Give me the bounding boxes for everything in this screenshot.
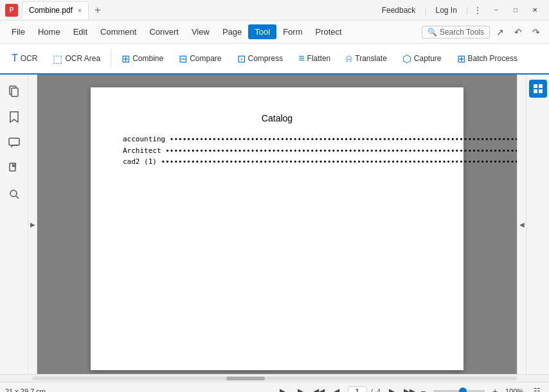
zoom-value-label: 100% xyxy=(505,388,526,393)
svg-rect-9 xyxy=(539,89,543,93)
flatten-label: Flatten xyxy=(307,54,331,63)
search-icon: 🔍 xyxy=(428,28,437,37)
batch-process-button[interactable]: ⊞ Batch Process xyxy=(451,47,524,70)
compare-button[interactable]: ⊟ Compare xyxy=(172,47,228,70)
capture-label: Capture xyxy=(414,54,442,63)
svg-rect-1 xyxy=(12,88,18,96)
menu-edit[interactable]: Edit xyxy=(67,24,94,39)
menu-comment[interactable]: Comment xyxy=(94,24,143,39)
total-pages: 4 xyxy=(377,388,381,393)
undo-icon[interactable]: ↶ xyxy=(510,24,526,40)
capture-icon: ⬡ xyxy=(402,53,411,65)
page-navigation: ▶ ▶ ◀◀ ◀ 1 / 4 ▶ ▶▶ xyxy=(276,384,417,393)
svg-rect-2 xyxy=(9,138,19,145)
menu-form[interactable]: Form xyxy=(276,24,309,39)
menubar: File Home Edit Comment Convert View Page… xyxy=(0,21,549,44)
current-page-input[interactable]: 1 xyxy=(348,386,367,393)
first-page-btn[interactable]: ◀◀ xyxy=(312,384,326,393)
close-btn[interactable]: ✕ xyxy=(526,4,544,17)
catalog-title: Catalog xyxy=(123,113,431,123)
prev-page-btn[interactable]: ◀ xyxy=(330,384,344,393)
window-controls: − □ ✕ xyxy=(487,4,544,17)
compress-icon: ⊡ xyxy=(237,53,246,65)
toc-line-1: accounting •••••••••••••••••••••••••••••… xyxy=(123,134,431,145)
feedback-btn[interactable]: Feedback xyxy=(378,4,420,16)
capture-button[interactable]: ⬡ Capture xyxy=(396,47,448,70)
translate-button[interactable]: ⍾ Translate xyxy=(339,47,393,70)
new-tab-btn[interactable]: + xyxy=(90,3,105,18)
zoom-thumb[interactable] xyxy=(459,388,467,393)
batch-process-label: Batch Process xyxy=(468,54,518,63)
zoom-out-btn[interactable]: − xyxy=(417,385,429,393)
hand-tool-btn[interactable]: ▶ xyxy=(294,384,308,393)
left-panel-toggle[interactable]: ▶ xyxy=(28,75,37,374)
menu-tool[interactable]: Tool xyxy=(248,24,276,39)
toolbar-separator-1 xyxy=(111,49,111,67)
menu-page[interactable]: Page xyxy=(216,24,248,39)
pdf-viewer[interactable]: Catalog accounting •••••••••••••••••••••… xyxy=(37,75,517,374)
menu-view[interactable]: View xyxy=(185,24,216,39)
redo-icon[interactable]: ↷ xyxy=(528,24,544,40)
sidebar-pages-icon[interactable] xyxy=(3,80,26,103)
flatten-button[interactable]: ≡ Flatten xyxy=(292,47,337,70)
svg-line-5 xyxy=(16,196,19,199)
svg-rect-7 xyxy=(539,84,543,88)
hscroll-thumb[interactable] xyxy=(226,377,265,380)
combine-icon: ⊞ xyxy=(122,53,130,65)
last-page-btn[interactable]: ▶▶ xyxy=(402,384,417,393)
login-btn[interactable]: Log In xyxy=(432,4,461,16)
compare-icon: ⊟ xyxy=(179,53,187,65)
page-dimensions: 21 x 29.7 cm xyxy=(5,388,276,393)
tab-title: Combine.pdf xyxy=(29,6,73,15)
minimize-btn[interactable]: − xyxy=(487,4,505,17)
tab-close-btn[interactable]: × xyxy=(78,7,82,14)
pdf-page: Catalog accounting •••••••••••••••••••••… xyxy=(91,87,464,370)
menu-protect[interactable]: Protect xyxy=(309,24,348,39)
hscroll-track[interactable] xyxy=(32,377,517,380)
titlebar-left: P Combine.pdf × + xyxy=(0,1,378,19)
left-sidebar xyxy=(0,75,28,374)
ocr-button[interactable]: T OCR xyxy=(5,47,44,70)
sidebar-search-icon[interactable] xyxy=(3,183,26,206)
zoom-controls: − + 100% ☷ xyxy=(417,384,544,393)
right-panel-action-btn[interactable] xyxy=(529,80,547,98)
more-options-btn[interactable]: ⋮ xyxy=(473,5,482,15)
view-mode-btn[interactable]: ☷ xyxy=(530,384,544,393)
zoom-slider[interactable] xyxy=(433,390,485,393)
sidebar-comment-icon[interactable] xyxy=(3,131,26,154)
menu-home[interactable]: Home xyxy=(32,24,67,39)
maximize-btn[interactable]: □ xyxy=(507,4,525,17)
toc-line-3: cad2 (1) •••••••••••••••••••••••••••••••… xyxy=(123,156,431,168)
sidebar-attachments-icon[interactable] xyxy=(3,157,26,180)
right-panel-toggle[interactable]: ◀ xyxy=(517,75,526,374)
right-panel xyxy=(526,75,549,374)
horizontal-scrollbar[interactable] xyxy=(0,374,549,382)
menu-file[interactable]: File xyxy=(5,24,32,39)
menubar-icons: ↗ ↶ ↷ xyxy=(492,24,544,40)
share-icon[interactable]: ↗ xyxy=(492,24,508,40)
combine-button[interactable]: ⊞ Combine xyxy=(115,47,170,70)
ocr-area-icon: ⬚ xyxy=(53,53,62,65)
toolbar: T OCR ⬚ OCR Area ⊞ Combine ⊟ Compare ⊡ C… xyxy=(0,44,549,75)
titlebar-right: Feedback | Log In | ⋮ − □ ✕ xyxy=(378,4,549,17)
active-tab[interactable]: Combine.pdf × xyxy=(22,1,89,19)
page-separator: / xyxy=(371,388,373,393)
sidebar-bookmark-icon[interactable] xyxy=(3,105,26,129)
compress-button[interactable]: ⊡ Compress xyxy=(231,47,290,70)
ocr-label: OCR xyxy=(21,54,38,63)
batch-process-icon: ⊞ xyxy=(457,53,465,65)
toc-line-2: Architect ••••••••••••••••••••••••••••••… xyxy=(123,145,431,157)
menubar-right: 🔍 Search Tools ↗ ↶ ↷ xyxy=(422,24,544,40)
ocr-area-button[interactable]: ⬚ OCR Area xyxy=(46,47,107,70)
cursor-tool-btn[interactable]: ▶ xyxy=(276,384,290,393)
svg-rect-8 xyxy=(534,89,537,93)
translate-label: Translate xyxy=(355,54,387,63)
svg-point-4 xyxy=(10,190,17,197)
next-page-btn[interactable]: ▶ xyxy=(384,384,399,393)
menu-convert[interactable]: Convert xyxy=(143,24,185,39)
ocr-icon: T xyxy=(12,53,18,64)
combine-label: Combine xyxy=(132,54,163,63)
ocr-area-label: OCR Area xyxy=(65,54,100,63)
search-tools-btn[interactable]: 🔍 Search Tools xyxy=(422,26,490,39)
zoom-in-btn[interactable]: + xyxy=(489,385,501,393)
